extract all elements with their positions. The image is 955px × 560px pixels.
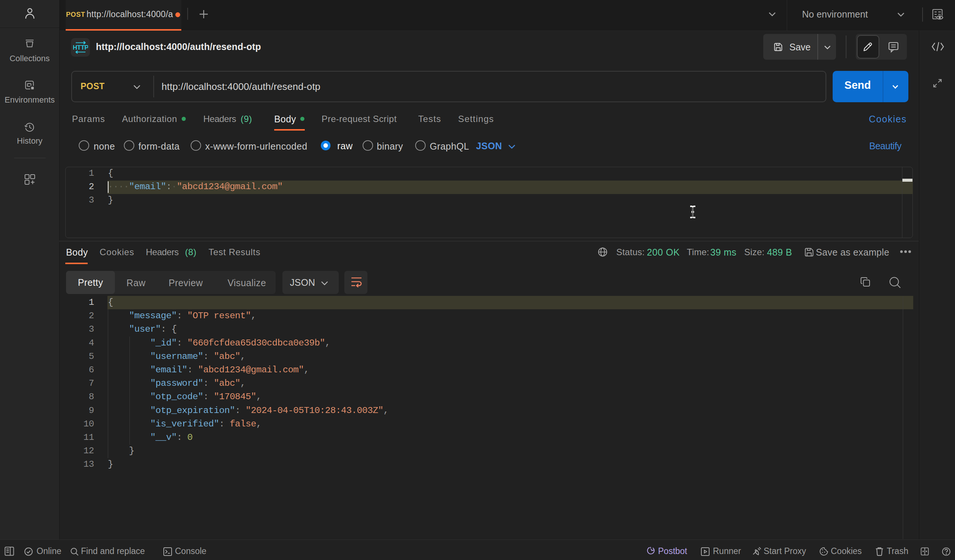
svg-text:HTTP: HTTP — [73, 44, 88, 51]
